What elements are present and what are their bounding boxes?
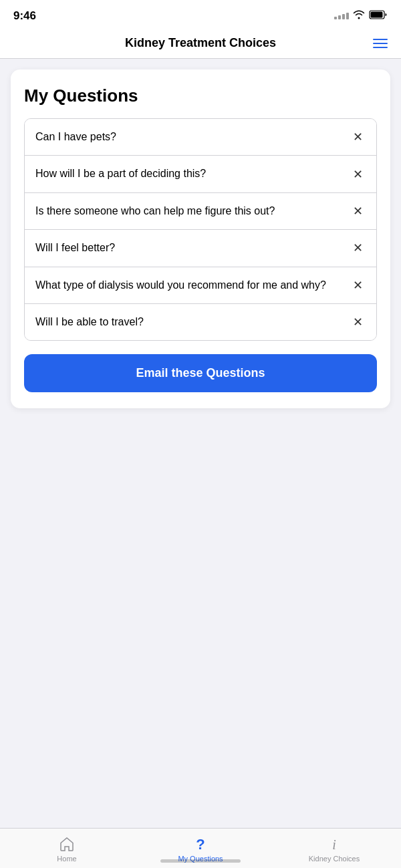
tab-my-questions[interactable]: ? My Questions: [134, 835, 267, 863]
questions-card: My Questions Can I have pets?✕How will I…: [11, 69, 390, 408]
remove-question-button[interactable]: ✕: [350, 278, 366, 293]
question-text: Is there someone who can help me figure …: [35, 204, 350, 219]
questions-list: Can I have pets?✕How will I be a part of…: [24, 118, 377, 341]
remove-question-button[interactable]: ✕: [350, 204, 366, 219]
header: Kidney Treatment Choices: [0, 28, 401, 59]
card-title: My Questions: [24, 86, 377, 106]
question-text: What type of dialysis would you recommen…: [35, 278, 350, 293]
status-bar: 9:46: [0, 0, 401, 28]
question-item: What type of dialysis would you recommen…: [25, 267, 376, 304]
wifi-icon: [353, 10, 365, 22]
tab-kidney-choices[interactable]: i Kidney Choices: [267, 835, 401, 863]
tab-kidney-choices-label: Kidney Choices: [309, 855, 360, 863]
question-item: How will I be a part of deciding this?✕: [25, 156, 376, 192]
svg-rect-1: [371, 12, 383, 18]
remove-question-button[interactable]: ✕: [350, 167, 366, 182]
menu-icon[interactable]: [373, 39, 388, 48]
remove-question-button[interactable]: ✕: [350, 315, 366, 329]
tab-home-label: Home: [57, 855, 76, 863]
status-time: 9:46: [13, 9, 36, 23]
question-icon: ?: [192, 835, 209, 853]
question-item: Is there someone who can help me figure …: [25, 193, 376, 230]
email-questions-button[interactable]: Email these Questions: [24, 354, 377, 392]
svg-text:i: i: [332, 837, 336, 852]
svg-text:?: ?: [196, 836, 205, 852]
remove-question-button[interactable]: ✕: [350, 241, 366, 255]
tab-home[interactable]: Home: [0, 835, 134, 863]
page-title: Kidney Treatment Choices: [125, 36, 276, 50]
home-indicator: [160, 859, 241, 863]
info-icon: i: [325, 835, 343, 853]
question-item: Will I feel better?✕: [25, 230, 376, 267]
question-text: Will I be able to travel?: [35, 315, 350, 329]
question-text: Can I have pets?: [35, 130, 350, 144]
main-content: My Questions Can I have pets?✕How will I…: [0, 59, 401, 419]
battery-icon: [369, 10, 388, 22]
question-item: Will I be able to travel?✕: [25, 304, 376, 340]
question-text: Will I feel better?: [35, 241, 350, 255]
home-icon: [58, 835, 76, 853]
remove-question-button[interactable]: ✕: [350, 130, 366, 144]
question-text: How will I be a part of deciding this?: [35, 166, 350, 181]
signal-icon: [334, 13, 349, 19]
status-icons: [334, 10, 388, 22]
question-item: Can I have pets?✕: [25, 119, 376, 156]
